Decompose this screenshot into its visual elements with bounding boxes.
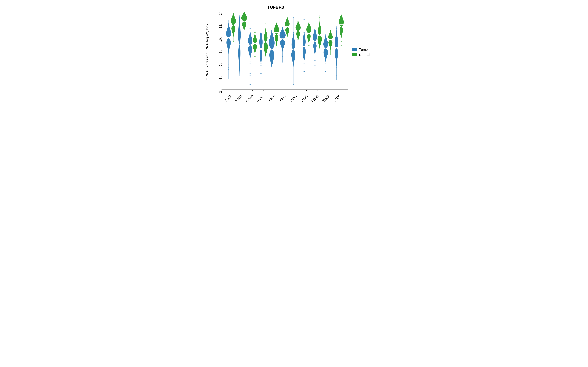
legend-swatch-tumor [352,48,357,51]
legend-swatch-normal [352,53,357,56]
y-axis-label-wrap: mRNA Expression (RNASeq V2, log2) [205,12,210,91]
x-tick-label: UCEC [332,94,341,103]
legend-row-tumor: Tumor [352,48,380,52]
legend-label-tumor: Tumor [359,48,369,52]
x-tick-label: KICH [268,94,276,102]
x-tick-label: LUSC [300,94,309,103]
x-tick-label: KIRC [279,94,287,102]
x-tick-label: HNSC [256,94,265,103]
x-tick-label: THCA [322,94,330,103]
x-tick-label: COAD [245,94,254,103]
plot-svg [221,12,348,91]
plot-wrap [221,12,348,91]
svg-rect-0 [222,12,348,90]
x-tick-label: PRAD [311,94,320,103]
legend-label-normal: Normal [359,53,370,57]
x-tick-label: BLCA [224,94,232,103]
legend: Tumor Normal [352,47,380,58]
y-axis-ticks: 2468101214 [214,12,221,91]
chart-title: TGFBR3 [203,5,348,10]
x-axis-ticks: BLCABRCACOADHNSCKICHKIRCLUADLUSCPRADTHCA… [221,92,348,111]
x-tick-label: BRCA [234,94,243,103]
y-axis-label: mRNA Expression (RNASeq V2, log2) [205,22,209,80]
x-tick-label: LUAD [289,94,298,103]
legend-row-normal: Normal [352,53,380,57]
chart-stage: TGFBR3 mRNA Expression (RNASeq V2, log2)… [203,0,385,113]
